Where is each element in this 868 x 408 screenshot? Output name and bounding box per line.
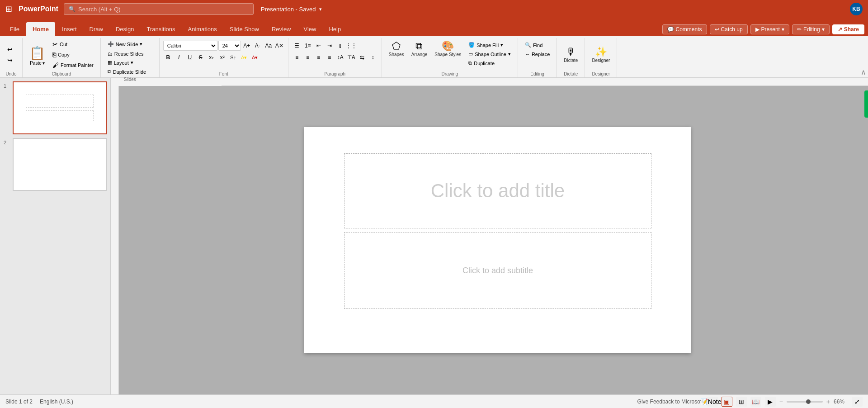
share-button[interactable]: ↗ Share — [832, 24, 864, 34]
tab-transitions[interactable]: Transitions — [140, 22, 181, 36]
align-center-button[interactable]: ≡ — [303, 52, 313, 62]
feedback-text[interactable]: Give Feedback to Microsoft — [637, 399, 703, 405]
editing-group: 🔍 Find ↔ Replace Editing — [518, 38, 557, 77]
strikethrough-button[interactable]: S — [196, 52, 206, 62]
slide-canvas[interactable]: Click to add title Click to add subtitle — [304, 127, 691, 353]
font-decrease-button[interactable]: A- — [253, 41, 263, 51]
text-direction-button[interactable]: ↕A — [335, 52, 345, 62]
normal-view-button[interactable]: ▣ — [722, 397, 732, 407]
fit-slide-button[interactable]: ⤢ — [852, 397, 863, 407]
tab-animations[interactable]: Animations — [182, 22, 223, 36]
change-case-button[interactable]: Aa — [264, 41, 274, 51]
bullets-button[interactable]: ☰ — [292, 41, 302, 51]
tab-review[interactable]: Review — [265, 22, 297, 36]
layout-dropdown[interactable]: ▾ — [131, 60, 133, 66]
convert-smartart-button[interactable]: ⇆ — [357, 52, 367, 62]
align-text-button[interactable]: ⊤A — [346, 52, 356, 62]
present-dropdown-icon[interactable]: ▾ — [782, 26, 784, 33]
decrease-indent-button[interactable]: ⇤ — [314, 41, 324, 51]
paste-button[interactable]: 📋 Paste ▾ — [26, 43, 48, 66]
copy-button[interactable]: ⎘ Copy — [49, 50, 97, 60]
new-slide-button[interactable]: ➕ New Slide ▾ — [104, 39, 146, 49]
cut-button[interactable]: ✂ Cut — [49, 39, 97, 49]
italic-button[interactable]: I — [174, 52, 184, 62]
canvas-area[interactable]: Click to add title Click to add subtitle — [119, 86, 868, 394]
user-avatar[interactable]: KB — [850, 3, 863, 15]
new-slide-dropdown[interactable]: ▾ — [140, 41, 142, 47]
outline-dropdown[interactable]: ▾ — [508, 51, 511, 57]
reading-view-button[interactable]: 📖 — [750, 397, 761, 407]
shape-outline-button[interactable]: ▭ Shape Outline ▾ — [465, 50, 514, 58]
zoom-out-button[interactable]: − — [779, 398, 783, 405]
green-sidebar-tab[interactable] — [864, 90, 868, 118]
tab-home[interactable]: Home — [26, 22, 56, 36]
catch-up-button[interactable]: ↩ Catch up — [710, 24, 748, 34]
find-button[interactable]: 🔍 Find — [522, 41, 553, 49]
ribbon-collapse-button[interactable]: ∧ — [859, 38, 868, 77]
tab-help[interactable]: Help — [322, 22, 347, 36]
font-name-select[interactable]: Calibri — [163, 41, 217, 51]
zoom-in-button[interactable]: + — [826, 398, 830, 405]
fill-dropdown[interactable]: ▾ — [500, 42, 503, 48]
shapes-button[interactable]: ⬠ Shapes — [386, 39, 407, 59]
increase-indent-button[interactable]: ⇥ — [325, 41, 335, 51]
editing-dropdown-icon[interactable]: ▾ — [822, 26, 825, 33]
clear-format-button[interactable]: A✕ — [274, 41, 284, 51]
format-painter-button[interactable]: 🖌 Format Painter — [49, 60, 97, 70]
editing-button[interactable]: ✏ Editing ▾ — [792, 24, 830, 34]
designer-icon: ✨ — [595, 47, 607, 57]
duplicate-shape-button[interactable]: ⧉ Duplicate — [465, 59, 514, 67]
slide-sorter-button[interactable]: ⊞ — [736, 397, 747, 407]
drawing-group-label: Drawing — [386, 71, 514, 76]
shape-fill-button[interactable]: 🪣 Shape Fill ▾ — [465, 41, 514, 49]
highlight-color-button[interactable]: A▾ — [239, 52, 249, 62]
numbering-button[interactable]: 1≡ — [303, 41, 313, 51]
underline-button[interactable]: U — [185, 52, 195, 62]
layout-button[interactable]: ▦ Layout ▾ — [104, 58, 137, 67]
subtitle-placeholder[interactable]: Click to add subtitle — [344, 232, 651, 309]
slide-1-thumbnail[interactable] — [13, 81, 107, 134]
tab-design[interactable]: Design — [109, 22, 140, 36]
align-left-button[interactable]: ≡ — [292, 52, 302, 62]
arrange-icon: ⧉ — [415, 41, 423, 51]
comments-button[interactable]: 💬 Comments — [662, 24, 707, 34]
font-increase-button[interactable]: A+ — [242, 41, 252, 51]
text-shadow-button[interactable]: S↑ — [228, 52, 238, 62]
search-input[interactable] — [78, 6, 249, 13]
title-dropdown-icon[interactable]: ▾ — [319, 6, 322, 12]
dictate-button[interactable]: 🎙 Dictate — [561, 45, 581, 65]
paste-dropdown-icon[interactable]: ▾ — [42, 61, 45, 66]
smart-art-button[interactable]: ⋮⋮ — [346, 41, 356, 51]
font-group: Calibri 24 A+ A- Aa A✕ B I U S x₂ x² S↑ … — [160, 38, 288, 77]
redo-button[interactable]: ↪ — [4, 55, 16, 66]
tab-file[interactable]: File — [4, 22, 26, 36]
tab-view[interactable]: View — [297, 22, 323, 36]
tab-slide-show[interactable]: Slide Show — [223, 22, 265, 36]
notes-button[interactable]: 📝 Notes — [707, 397, 718, 407]
font-size-select[interactable]: 24 — [218, 41, 241, 51]
subscript-button[interactable]: x₂ — [207, 52, 217, 62]
presentation-view-button[interactable]: ▶ — [765, 397, 776, 407]
font-color-button[interactable]: A▾ — [250, 52, 260, 62]
columns-button[interactable]: ⫿ — [335, 41, 345, 51]
replace-button[interactable]: ↔ Replace — [522, 50, 553, 58]
arrange-button[interactable]: ⧉ Arrange — [408, 39, 431, 59]
duplicate-slide-button[interactable]: ⧉ Duplicate Slide — [104, 67, 149, 76]
bold-button[interactable]: B — [163, 52, 173, 62]
slide-2-thumbnail[interactable] — [13, 138, 107, 191]
designer-button[interactable]: ✨ Designer — [589, 45, 613, 65]
superscript-button[interactable]: x² — [217, 52, 227, 62]
shape-styles-button[interactable]: 🎨 Shape Styles — [431, 39, 464, 59]
tab-insert[interactable]: Insert — [56, 22, 83, 36]
title-placeholder[interactable]: Click to add title — [344, 153, 651, 228]
waffle-icon[interactable]: ⊞ — [5, 4, 12, 14]
justify-button[interactable]: ≡ — [325, 52, 335, 62]
zoom-slider[interactable] — [787, 401, 823, 403]
line-spacing-button[interactable]: ↕ — [368, 52, 378, 62]
tab-draw[interactable]: Draw — [83, 22, 109, 36]
undo-button[interactable]: ↩ — [4, 44, 16, 55]
zoom-level[interactable]: 66% — [834, 399, 848, 405]
present-button[interactable]: ▶ Present ▾ — [750, 24, 789, 34]
reuse-slides-button[interactable]: 🗂 Reuse Slides — [104, 50, 147, 58]
align-right-button[interactable]: ≡ — [314, 52, 324, 62]
